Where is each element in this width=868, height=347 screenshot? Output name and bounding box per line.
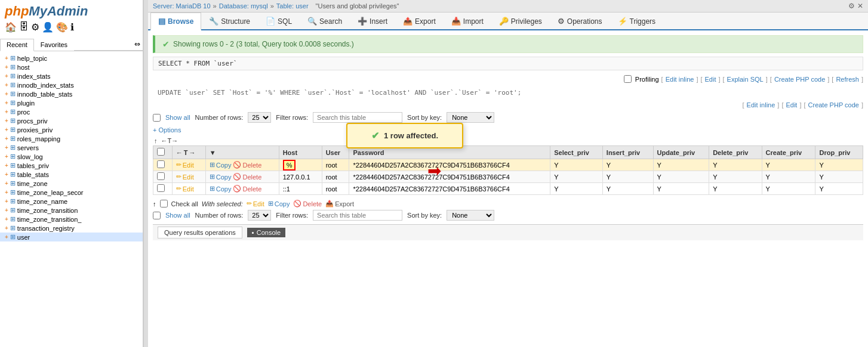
- col-host[interactable]: Host: [279, 146, 322, 159]
- tree-item-tz-transition2[interactable]: + ⊞ time_zone_transition_: [0, 215, 143, 224]
- check-all-checkbox[interactable]: [160, 200, 168, 207]
- tab-structure[interactable]: 🔧 Structure: [201, 13, 258, 29]
- create-php2-link[interactable]: Create PHP code: [808, 101, 859, 109]
- bottom-export-btn[interactable]: 📤 Export: [325, 200, 354, 207]
- tab-insert[interactable]: ➕ Insert: [350, 13, 395, 29]
- breadcrumb-table[interactable]: Table: user: [276, 2, 309, 10]
- row-2-copy-btn[interactable]: ⊞ Copy: [210, 173, 232, 181]
- tree-item-tables-priv[interactable]: + ⊞ tables_priv: [0, 161, 143, 170]
- refresh-link[interactable]: Refresh: [836, 76, 859, 83]
- tree-item-servers[interactable]: + ⊞ servers: [0, 143, 143, 152]
- bottom-copy-btn[interactable]: ⊞ Copy: [268, 200, 290, 207]
- tab-export[interactable]: 📤 Export: [395, 13, 444, 29]
- bottom-delete-btn[interactable]: 🚫 Delete: [293, 200, 322, 207]
- row-1-delete-btn[interactable]: 🚫 Delete: [233, 161, 261, 169]
- tree-item-host[interactable]: + ⊞ host: [0, 63, 143, 72]
- tab-sql[interactable]: 📄 SQL: [258, 13, 300, 29]
- tree-item-plugin[interactable]: + ⊞ plugin: [0, 98, 143, 107]
- bottom-filter-input[interactable]: [313, 210, 402, 221]
- row-1-edit-btn[interactable]: ✏ Edit: [176, 161, 194, 169]
- editinline-link[interactable]: Edit inline: [747, 101, 775, 109]
- breadcrumb-server[interactable]: Server: MariaDB 10: [153, 2, 211, 10]
- col-create-priv[interactable]: Create_priv: [762, 146, 815, 159]
- options-row[interactable]: + Options: [153, 126, 863, 134]
- tree-item-tz-transition[interactable]: + ⊞ time_zone_transition: [0, 206, 143, 215]
- tab-browse[interactable]: ▤ Browse: [150, 13, 201, 30]
- sidebar-collapse[interactable]: ⇔: [132, 39, 143, 51]
- row-3-delete-btn[interactable]: 🚫 Delete: [233, 185, 261, 193]
- num-rows-select[interactable]: 25: [248, 112, 271, 123]
- tab-favorites[interactable]: Favorites: [34, 39, 74, 51]
- close-btn[interactable]: ✕: [857, 2, 863, 10]
- user-icon[interactable]: 👤: [42, 21, 54, 33]
- tree-item-roles-mapping[interactable]: + ⊞ roles_mapping: [0, 134, 143, 143]
- tree-item-transaction[interactable]: + ⊞ transaction_registry: [0, 224, 143, 233]
- explain-sql-link[interactable]: Explain SQL: [727, 76, 764, 83]
- tab-import[interactable]: 📥 Import: [444, 13, 491, 29]
- row-2-delete-btn[interactable]: 🚫 Delete: [233, 173, 261, 181]
- bottom-show-all-checkbox[interactable]: [153, 212, 161, 219]
- nav-left-icon[interactable]: ←: [176, 149, 183, 156]
- col-update-priv[interactable]: Update_priv: [653, 146, 709, 159]
- tree-item-help-topic[interactable]: + ⊞ help_topic: [0, 54, 143, 63]
- settings-icon[interactable]: ⚙: [31, 21, 39, 33]
- col-drop-priv[interactable]: Drop_priv: [815, 146, 863, 159]
- tree-item-innodb-table[interactable]: + ⊞ innodb_table_stats: [0, 89, 143, 98]
- home-icon[interactable]: 🏠: [5, 21, 17, 33]
- breadcrumb-database[interactable]: Database: mysql: [219, 2, 268, 10]
- settings-btn[interactable]: ⚙: [848, 2, 855, 10]
- bottom-num-rows-select[interactable]: 25: [248, 210, 271, 221]
- bottom-sort-select[interactable]: None: [447, 210, 494, 221]
- row-1-checkbox[interactable]: [157, 160, 165, 168]
- tab-privileges[interactable]: 🔑 Privileges: [491, 13, 550, 29]
- tab-triggers[interactable]: ⚡ Triggers: [610, 13, 664, 29]
- tree-item-innodb-index[interactable]: + ⊞ innodb_index_stats: [0, 80, 143, 89]
- sort-down-icon[interactable]: ▼: [210, 149, 216, 156]
- row-3-checkbox[interactable]: [157, 184, 165, 192]
- console-btn[interactable]: ▪ Console: [247, 228, 285, 237]
- select-all-checkbox[interactable]: [157, 148, 165, 156]
- edit-link[interactable]: Edit: [705, 76, 716, 83]
- info-icon[interactable]: ℹ: [70, 21, 74, 33]
- row-1-copy-btn[interactable]: ⊞ Copy: [210, 161, 232, 169]
- row-3-copy-btn[interactable]: ⊞ Copy: [210, 185, 232, 193]
- filter-rows-input[interactable]: [313, 112, 402, 123]
- col-delete-priv[interactable]: Delete_priv: [709, 146, 762, 159]
- options-label[interactable]: + Options: [153, 126, 181, 134]
- tree-item-tz-name[interactable]: + ⊞ time_zone_name: [0, 197, 143, 206]
- row-3-edit-btn[interactable]: ✏ Edit: [176, 185, 194, 193]
- row-2-edit-btn[interactable]: ✏ Edit: [176, 173, 194, 181]
- nav-up-arrow[interactable]: ↑: [153, 137, 159, 144]
- col-select-priv[interactable]: Select_priv: [550, 146, 603, 159]
- edit-inline-link[interactable]: Edit inline: [666, 76, 694, 83]
- edit2-link[interactable]: Edit: [786, 101, 797, 109]
- bottom-show-all-button[interactable]: Show all: [165, 212, 190, 219]
- tree-item-proc[interactable]: + ⊞ proc: [0, 107, 143, 116]
- tree-item-table-stats[interactable]: + ⊞ table_stats: [0, 170, 143, 179]
- col-user[interactable]: User: [322, 146, 349, 159]
- tree-item-index-stats[interactable]: + ⊞ index_stats: [0, 72, 143, 80]
- theme-icon[interactable]: 🎨: [56, 21, 68, 33]
- tree-item-tz-leap[interactable]: + ⊞ time_zone_leap_secor: [0, 188, 143, 197]
- tab-recent[interactable]: Recent: [0, 39, 34, 51]
- show-all-checkbox[interactable]: [153, 114, 161, 122]
- tab-operations[interactable]: ⚙ Operations: [550, 13, 610, 29]
- show-all-button[interactable]: Show all: [165, 114, 190, 121]
- tab-search[interactable]: 🔍 Search: [300, 13, 350, 29]
- sort-by-key-select[interactable]: None: [447, 112, 494, 123]
- tree-item-procs-priv[interactable]: + ⊞ procs_priv: [0, 116, 143, 125]
- bottom-edit-btn[interactable]: ✏ Edit: [247, 200, 264, 207]
- up-arrow[interactable]: ↑: [153, 200, 156, 207]
- query-results-btn[interactable]: Query results operations: [158, 227, 242, 238]
- profiling-checkbox[interactable]: [624, 75, 632, 83]
- row-2-checkbox[interactable]: [157, 172, 165, 180]
- nav-left-arrow[interactable]: ←T→: [160, 137, 180, 144]
- create-php-link[interactable]: Create PHP code: [774, 76, 825, 83]
- db-icon[interactable]: 🗄: [19, 21, 29, 33]
- tree-item-user[interactable]: + ⊞ user: [0, 233, 143, 241]
- tree-item-time-zone[interactable]: + ⊞ time_zone: [0, 179, 143, 188]
- nav-right-icon[interactable]: →: [189, 149, 196, 156]
- sidebar-resize[interactable]: [143, 0, 148, 347]
- col-insert-priv[interactable]: Insert_priv: [602, 146, 653, 159]
- tree-item-slow-log[interactable]: + ⊞ slow_log: [0, 152, 143, 161]
